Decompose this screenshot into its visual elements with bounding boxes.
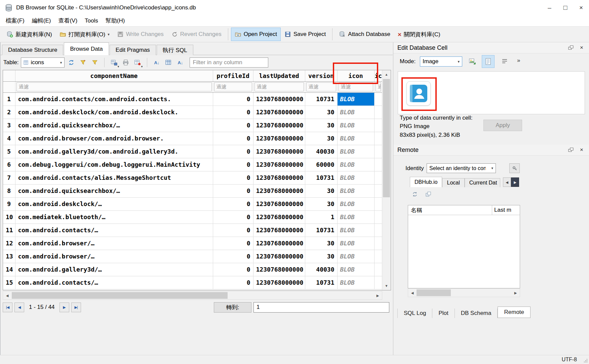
clipped-cell[interactable] <box>374 224 382 237</box>
filter-icon-input[interactable]: 過濾 <box>339 82 373 91</box>
lastupdated-cell[interactable]: 1230768000000 <box>253 237 305 250</box>
remote-column-last-modified[interactable]: Last m <box>492 205 520 215</box>
lastupdated-cell[interactable]: 1230768000000 <box>253 184 305 197</box>
identity-settings-button[interactable] <box>509 163 520 173</box>
clipped-cell[interactable] <box>374 132 382 145</box>
icon-cell[interactable]: BLOB <box>337 171 374 184</box>
remote-scroll-thumb[interactable] <box>417 289 451 296</box>
print-button[interactable] <box>121 57 131 68</box>
table-select[interactable]: icons ▾ <box>21 57 65 68</box>
goto-button[interactable]: 轉到: <box>214 302 251 313</box>
new-record-caret-icon[interactable]: ▾ <box>141 65 143 68</box>
sort-desc-button[interactable]: A↓ <box>175 57 185 68</box>
clipped-cell[interactable] <box>374 158 382 171</box>
componentname-cell[interactable]: com.debug.loggerui/com.debug.loggerui.Ma… <box>15 158 213 171</box>
clipped-cell[interactable] <box>374 92 382 106</box>
float-panel-icon[interactable] <box>567 44 575 51</box>
profileid-cell[interactable]: 0 <box>213 171 253 184</box>
lastupdated-cell[interactable]: 1230768000000 <box>253 92 305 106</box>
version-cell[interactable]: 30 <box>305 119 337 132</box>
column-header-icon[interactable]: icon <box>337 70 374 81</box>
version-cell[interactable]: 10731 <box>305 171 337 184</box>
row-number[interactable]: 15 <box>3 276 15 289</box>
row-number[interactable]: 11 <box>3 224 15 237</box>
icon-cell[interactable]: BLOB <box>337 158 374 171</box>
text-view-button[interactable] <box>482 55 495 68</box>
tab-database-structure[interactable]: Database Structure <box>2 45 63 55</box>
version-cell[interactable]: 10731 <box>305 224 337 237</box>
version-cell[interactable]: 1 <box>305 210 337 224</box>
profileid-cell[interactable]: 0 <box>213 224 253 237</box>
tab-scroll-left-icon[interactable]: ◀ <box>503 177 511 187</box>
menu-view[interactable]: 查看(V) <box>54 15 81 26</box>
filter-any-column-input[interactable] <box>190 57 268 68</box>
select-table-button[interactable] <box>163 57 173 68</box>
icon-cell[interactable]: BLOB <box>337 106 374 119</box>
componentname-cell[interactable]: com.android.contacts/alias.MessageShortc… <box>15 171 213 184</box>
remote-horizontal-scrollbar[interactable]: ◀ ▶ <box>408 288 520 297</box>
horizontal-scrollbar[interactable]: ◀ ▶ <box>3 291 382 300</box>
profileid-cell[interactable]: 0 <box>213 210 253 224</box>
remote-column-name[interactable]: 名稱 <box>408 206 492 214</box>
icon-cell[interactable]: BLOB <box>337 224 374 237</box>
componentname-cell[interactable]: com.android.quicksearchbox/… <box>15 184 213 197</box>
mode-select[interactable]: Image ▾ <box>420 56 462 67</box>
float-panel-icon[interactable] <box>567 146 575 154</box>
row-number[interactable]: 1 <box>3 92 15 106</box>
row-number[interactable]: 2 <box>3 106 15 119</box>
close-panel-icon[interactable]: × <box>578 146 585 154</box>
profileid-cell[interactable]: 0 <box>213 184 253 197</box>
row-number[interactable]: 6 <box>3 158 15 171</box>
componentname-cell[interactable]: com.mediatek.bluetooth/… <box>15 210 213 224</box>
icon-cell[interactable]: BLOB <box>337 184 374 197</box>
version-cell[interactable]: 30 <box>305 184 337 197</box>
clear-filters-icon-button[interactable] <box>78 57 88 68</box>
row-number[interactable]: 10 <box>3 210 15 224</box>
vertical-scroll-thumb[interactable] <box>383 79 390 197</box>
vertical-scrollbar[interactable]: ▲ ▼ <box>382 70 391 290</box>
tab-scroll-right-icon[interactable]: ▶ <box>511 177 519 187</box>
save-table-caret-icon[interactable]: ▾ <box>118 65 119 68</box>
tab-edit-pragmas[interactable]: Edit Pragmas <box>110 45 156 55</box>
icon-cell[interactable]: BLOB <box>337 210 374 224</box>
apply-button[interactable]: Apply <box>483 120 522 131</box>
tab-browse-data[interactable]: Browse Data <box>64 42 109 55</box>
sort-asc-button[interactable]: A↓ <box>152 57 162 68</box>
version-cell[interactable]: 10731 <box>305 92 337 106</box>
encoding-indicator[interactable]: UTF-8 <box>562 357 577 363</box>
dock-tab-plot[interactable]: Plot <box>432 309 455 318</box>
lastupdated-cell[interactable]: 1230768000000 <box>253 224 305 237</box>
scroll-down-icon[interactable]: ▼ <box>382 282 391 290</box>
import-data-button[interactable] <box>467 56 478 67</box>
minimize-button[interactable]: – <box>542 0 557 15</box>
lastupdated-cell[interactable]: 1230768000000 <box>253 119 305 132</box>
toolbar-overflow-icon[interactable]: » <box>517 57 520 64</box>
profileid-cell[interactable]: 0 <box>213 250 253 263</box>
profileid-cell[interactable]: 0 <box>213 263 253 276</box>
icon-cell[interactable]: BLOB <box>337 145 374 158</box>
scroll-left-icon[interactable]: ◀ <box>408 289 417 297</box>
lastupdated-cell[interactable]: 1230768000000 <box>253 145 305 158</box>
menu-tools[interactable]: Tools <box>81 15 102 26</box>
menu-help[interactable]: 幫助(H) <box>102 15 129 26</box>
clipped-cell[interactable] <box>374 250 382 263</box>
identity-select[interactable]: Select an identity to conne ▾ <box>427 163 496 173</box>
row-number[interactable]: 5 <box>3 145 15 158</box>
attach-database-button[interactable]: Attach Database <box>335 28 394 41</box>
icon-cell[interactable]: BLOB <box>337 237 374 250</box>
version-cell[interactable]: 30 <box>305 106 337 119</box>
icon-cell[interactable]: BLOB <box>337 276 374 289</box>
filter-componentname-input[interactable]: 過濾 <box>16 82 212 91</box>
write-changes-button[interactable]: Write Changes <box>113 28 167 41</box>
row-number[interactable]: 14 <box>3 263 15 276</box>
profileid-cell[interactable]: 0 <box>213 237 253 250</box>
filter-version-input[interactable]: 過濾 <box>306 82 336 91</box>
filter-clipped-input[interactable]: 過濾 <box>376 82 381 91</box>
clipped-cell[interactable] <box>374 263 382 276</box>
save-table-button[interactable]: ▾ <box>109 57 119 68</box>
row-number[interactable]: 12 <box>3 237 15 250</box>
save-project-button[interactable]: Save Project <box>281 28 329 41</box>
version-cell[interactable]: 10731 <box>305 276 337 289</box>
clipped-cell[interactable] <box>374 210 382 224</box>
lastupdated-cell[interactable]: 1230768000000 <box>253 210 305 224</box>
